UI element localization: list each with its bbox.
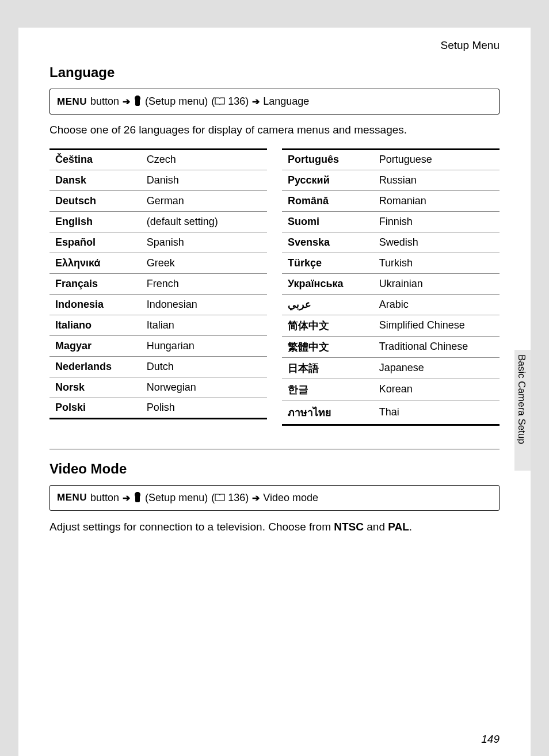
language-english: Swedish	[373, 232, 500, 253]
language-english: Korean	[373, 379, 500, 400]
language-english: Norwegian	[141, 377, 267, 398]
language-english: Arabic	[373, 294, 500, 315]
table-row: PortuguêsPortuguese	[282, 149, 500, 170]
table-row: English(default setting)	[49, 211, 267, 232]
table-row: DanskDanish	[49, 170, 267, 190]
table-row: TürkçeTurkish	[282, 253, 500, 273]
language-native: Українська	[282, 273, 373, 294]
video-mode-heading: Video Mode	[49, 461, 500, 477]
table-row: УкраїнськаUkrainian	[282, 273, 500, 294]
section-divider	[49, 449, 500, 449]
language-english: Japanese	[373, 357, 500, 379]
language-english: (default setting)	[141, 211, 267, 232]
table-row: RomânăRomanian	[282, 190, 500, 211]
side-section-label: Basic Camera Setup	[516, 354, 527, 444]
language-native: 繁體中文	[282, 336, 373, 357]
page-ref-number: 136)	[228, 96, 249, 107]
language-english: Ukrainian	[373, 273, 500, 294]
language-native: Suomi	[282, 211, 373, 232]
arrow-right-icon: ➔	[252, 96, 260, 107]
language-heading: Language	[49, 64, 500, 81]
table-row: 简体中文Simplified Chinese	[282, 315, 500, 336]
language-english: Russian	[373, 170, 500, 190]
table-row: SuomiFinnish	[282, 211, 500, 232]
page-ref-group: ( 136)	[211, 96, 249, 108]
table-row: SvenskaSwedish	[282, 232, 500, 253]
arrow-right-icon: ➔	[123, 96, 130, 107]
language-native: Deutsch	[49, 190, 141, 211]
language-english: German	[141, 190, 267, 211]
header-section-label: Setup Menu	[49, 39, 500, 52]
table-row: 繁體中文Traditional Chinese	[282, 336, 500, 357]
video-desc-post: .	[409, 521, 412, 533]
language-table-left: ČeštinaCzechDanskDanishDeutschGermanEngl…	[49, 148, 267, 419]
language-english: French	[141, 273, 267, 294]
language-native: Português	[282, 149, 373, 170]
table-row: NederlandsDutch	[49, 356, 267, 377]
table-row: PolskiPolish	[49, 398, 267, 418]
video-desc-mid: and	[364, 521, 388, 533]
language-english: Italian	[141, 315, 267, 335]
language-english: Polish	[141, 398, 267, 418]
language-native: Română	[282, 190, 373, 211]
table-row: FrançaisFrench	[49, 273, 267, 294]
language-native: Čeština	[49, 149, 141, 170]
language-tables: ČeštinaCzechDanskDanishDeutschGermanEngl…	[49, 148, 500, 426]
language-native: 한글	[282, 379, 373, 400]
language-breadcrumb: MENU button ➔ (Setup menu) ( 136) ➔ Lang…	[49, 89, 500, 114]
language-native: ภาษาไทย	[282, 400, 373, 425]
page-ref-group: ( 136)	[211, 492, 249, 504]
arrow-right-icon: ➔	[123, 492, 130, 503]
button-word: button	[90, 492, 119, 504]
menu-button-label: MENU	[57, 492, 87, 503]
table-row: РусскийRussian	[282, 170, 500, 190]
book-icon	[215, 493, 225, 503]
wrench-icon	[134, 96, 142, 109]
language-english: Czech	[141, 149, 267, 170]
language-table-right: PortuguêsPortugueseРусскийRussianRomânăR…	[282, 148, 500, 426]
language-intro: Choose one of 26 languages for display o…	[49, 123, 500, 138]
language-native: عربي	[282, 294, 373, 315]
book-icon	[215, 97, 225, 107]
video-option-pal: PAL	[388, 521, 409, 533]
video-mode-description: Adjust settings for connection to a tele…	[49, 519, 500, 536]
language-native: Ελληνικά	[49, 253, 141, 273]
language-native: 日本語	[282, 357, 373, 379]
table-row: ภาษาไทยThai	[282, 400, 500, 425]
language-native: Español	[49, 232, 141, 253]
page-content: Setup Menu Language MENU button ➔ (Setup…	[18, 28, 531, 756]
language-english: Thai	[373, 400, 500, 425]
language-native: Indonesia	[49, 294, 141, 315]
table-row: 한글Korean	[282, 379, 500, 400]
language-english: Portuguese	[373, 149, 500, 170]
language-english: Simplified Chinese	[373, 315, 500, 336]
table-row: ΕλληνικάGreek	[49, 253, 267, 273]
language-english: Romanian	[373, 190, 500, 211]
language-english: Dutch	[141, 356, 267, 377]
language-native: Polski	[49, 398, 141, 418]
language-english: Indonesian	[141, 294, 267, 315]
language-native: Nederlands	[49, 356, 141, 377]
language-english: Traditional Chinese	[373, 336, 500, 357]
language-native: Русский	[282, 170, 373, 190]
setup-menu-label: (Setup menu)	[145, 96, 208, 108]
language-native: Norsk	[49, 377, 141, 398]
video-breadcrumb: MENU button ➔ (Setup menu) ( 136) ➔ Vide…	[49, 485, 500, 511]
table-row: MagyarHungarian	[49, 335, 267, 356]
table-row: ČeštinaCzech	[49, 149, 267, 170]
arrow-right-icon: ➔	[252, 492, 260, 503]
language-english: Turkish	[373, 253, 500, 273]
table-row: DeutschGerman	[49, 190, 267, 211]
table-row: EspañolSpanish	[49, 232, 267, 253]
setup-menu-label: (Setup menu)	[145, 492, 208, 504]
menu-button-label: MENU	[57, 96, 87, 108]
video-option-ntsc: NTSC	[334, 521, 364, 533]
breadcrumb-end: Language	[263, 96, 309, 108]
wrench-icon	[134, 492, 142, 505]
language-native: Türkçe	[282, 253, 373, 273]
language-english: Spanish	[141, 232, 267, 253]
table-row: NorskNorwegian	[49, 377, 267, 398]
language-english: Hungarian	[141, 335, 267, 356]
breadcrumb-end: Video mode	[263, 492, 318, 504]
language-english: Danish	[141, 170, 267, 190]
